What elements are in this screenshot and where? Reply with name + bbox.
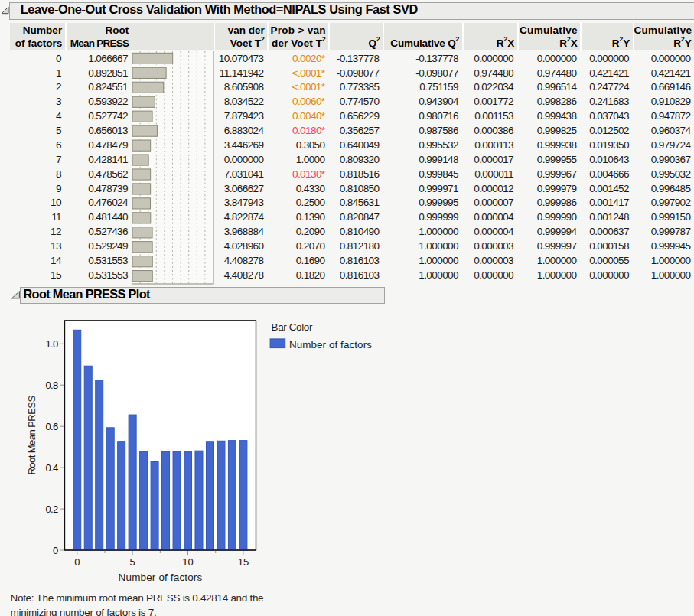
svg-text:0.2: 0.2 [45, 504, 58, 515]
svg-text:0.8: 0.8 [45, 380, 58, 391]
svg-text:15: 15 [238, 556, 249, 568]
svg-text:Number of factors: Number of factors [119, 572, 203, 583]
svg-text:Root Mean PRESS: Root Mean PRESS [26, 396, 37, 475]
svg-text:5: 5 [130, 556, 135, 568]
svg-text:Number of factors: Number of factors [289, 339, 372, 350]
svg-text:Bar Color: Bar Color [272, 321, 313, 333]
svg-text:10: 10 [182, 556, 193, 568]
svg-text:0: 0 [74, 556, 80, 568]
svg-text:0.4: 0.4 [45, 462, 58, 474]
svg-text:0.6: 0.6 [45, 421, 58, 432]
svg-text:1.0: 1.0 [45, 338, 58, 350]
svg-text:0: 0 [53, 545, 58, 556]
